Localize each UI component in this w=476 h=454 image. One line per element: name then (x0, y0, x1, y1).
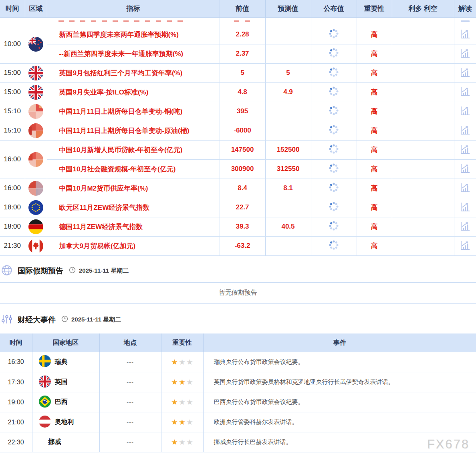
event-row: 21:00 奥地利---★★★欧洲央行管委科赫尔发表讲话。 (0, 412, 476, 432)
loading-spinner-icon (328, 207, 339, 213)
col-header-previous: 前值 (220, 0, 265, 17)
actual-cell (311, 140, 357, 159)
importance-stars-cell: ★★★ (161, 432, 203, 452)
col-header-actual: 公布值 (311, 0, 357, 17)
actual-cell (311, 236, 357, 255)
indicator-cell: 中国10月新增人民币贷款-年初至今(亿元) (47, 140, 220, 159)
indicator-cell: --新西兰第四季度未来一年通胀率预期(%) (47, 44, 220, 63)
importance-cell (357, 17, 392, 25)
interpret-cell[interactable] (454, 198, 476, 217)
previous-cell (220, 17, 265, 25)
importance-cell: 高 (357, 198, 392, 217)
bar-chart-icon[interactable] (460, 91, 470, 98)
interpret-cell[interactable] (454, 236, 476, 255)
calendar-row: 15:10 中国11月11日上期所每日仓单变动-铜(吨)395高 (0, 102, 476, 121)
indicator-cell (47, 17, 220, 25)
location-cell: --- (99, 392, 161, 412)
importance-stars-cell: ★★★ (161, 412, 203, 432)
bull-bear-cell (392, 236, 454, 255)
col-header-bull-bear: 利多 利空 (392, 0, 454, 17)
time-cell: 15:10 (0, 121, 25, 140)
location-cell: --- (99, 352, 161, 372)
forecast-cell (265, 121, 311, 140)
bull-bear-cell (392, 44, 454, 63)
interpret-cell[interactable] (454, 25, 476, 44)
bar-chart-icon[interactable] (460, 149, 470, 156)
event-row: 22:30挪威---★★★挪威央行行长巴赫发表讲话。 (0, 432, 476, 452)
bar-chart-icon[interactable] (460, 226, 470, 233)
loading-spinner-icon (328, 245, 339, 252)
star-icon: ★ (179, 358, 186, 366)
interpret-cell[interactable] (454, 102, 476, 121)
importance-cell: 高 (357, 25, 392, 44)
loading-spinner-icon (328, 53, 339, 60)
flag-br-icon (39, 396, 51, 409)
interpret-cell[interactable] (454, 63, 476, 82)
clock-icon (61, 315, 68, 324)
bar-chart-icon[interactable] (460, 130, 470, 137)
country-cell: 瑞典 (32, 352, 99, 372)
calendar-row: 18:00 德国11月ZEW经济景气指数39.340.5高 (0, 217, 476, 236)
calendar-row: 15:10 中国11月11日上期所每日仓单变动-原油(桶)-6000高 (0, 121, 476, 140)
location-cell: --- (99, 412, 161, 432)
indicator-cell: 欧元区11月ZEW经济景气指数 (47, 198, 220, 217)
interpret-cell[interactable] (454, 159, 476, 179)
interpret-cell[interactable] (454, 121, 476, 140)
forecast-cell (265, 198, 311, 217)
loading-spinner-icon (328, 130, 339, 137)
flag-at-icon (39, 416, 51, 429)
bar-chart-icon[interactable] (460, 245, 470, 252)
col-header-importance: 重要性 (357, 0, 392, 17)
flag-de-icon (28, 223, 43, 229)
flag-cell (25, 121, 47, 140)
interpret-cell[interactable] (454, 217, 476, 236)
importance-cell: 高 (357, 179, 392, 198)
holiday-section-title: 国际假期预告 (18, 266, 63, 276)
country-name: 奥地利 (55, 418, 74, 426)
economic-calendar-table: 时间 区域 指标 前值 预测值 公布值 重要性 利多 利空 解读 10:00 新… (0, 0, 476, 256)
bar-chart-icon[interactable] (460, 207, 470, 213)
interpret-cell[interactable] (454, 82, 476, 102)
flag-cell (25, 198, 47, 217)
bull-bear-cell (392, 63, 454, 82)
bar-chart-icon[interactable] (460, 53, 470, 60)
interpret-cell[interactable] (454, 179, 476, 198)
bull-bear-cell (392, 82, 454, 102)
importance-cell: 高 (357, 121, 392, 140)
interpret-cell[interactable] (454, 140, 476, 159)
time-cell: 16:00 (0, 179, 25, 198)
event-row: 17:30 英国---★★★英国央行货币政策委员格林和克罗地亚央行行长武伊契奇发… (0, 372, 476, 392)
flag-cell (25, 236, 47, 255)
star-icon: ★ (186, 358, 193, 366)
importance-cell: 高 (357, 82, 392, 102)
events-date: 2025-11-11 星期二 (71, 316, 121, 323)
flag-nz-icon (28, 40, 43, 47)
indicator-cell: 英国9月失业率-按ILO标准(%) (47, 82, 220, 102)
country-name: 英国 (55, 378, 68, 386)
calendar-row: 15:00 英国9月包括红利三个月平均工资年率(%)55高 (0, 63, 476, 82)
bar-chart-icon[interactable] (460, 187, 470, 194)
calendar-header-row: 时间 区域 指标 前值 预测值 公布值 重要性 利多 利空 解读 (0, 0, 476, 17)
indicator-cell: 中国11月11日上期所每日仓单变动-原油(桶) (47, 121, 220, 140)
forecast-cell (265, 44, 311, 63)
bull-bear-cell (392, 159, 454, 179)
time-cell (0, 17, 25, 25)
forecast-cell (265, 236, 311, 255)
forecast-cell: 152500 (265, 140, 311, 159)
events-header-row: 时间 国家地区 地点 重要性 事件 (0, 333, 476, 352)
indicator-cell: 加拿大9月贸易帐(亿加元) (47, 236, 220, 255)
previous-cell: 2.37 (220, 44, 265, 63)
loading-spinner-icon (328, 91, 339, 98)
bar-chart-icon[interactable] (460, 34, 470, 40)
previous-cell: -63.2 (220, 236, 265, 255)
event-time-cell: 16:30 (0, 352, 32, 372)
interpret-cell[interactable] (454, 44, 476, 63)
loading-spinner-icon (328, 168, 339, 175)
importance-cell: 高 (357, 140, 392, 159)
bar-chart-icon[interactable] (460, 110, 470, 117)
previous-cell: 2.28 (220, 25, 265, 44)
bar-chart-icon[interactable] (460, 168, 470, 175)
bar-chart-icon[interactable] (460, 72, 470, 79)
events-table: 时间 国家地区 地点 重要性 事件 16:30 瑞典---★★★瑞典央行公布货币… (0, 333, 476, 453)
previous-cell: 39.3 (220, 217, 265, 236)
